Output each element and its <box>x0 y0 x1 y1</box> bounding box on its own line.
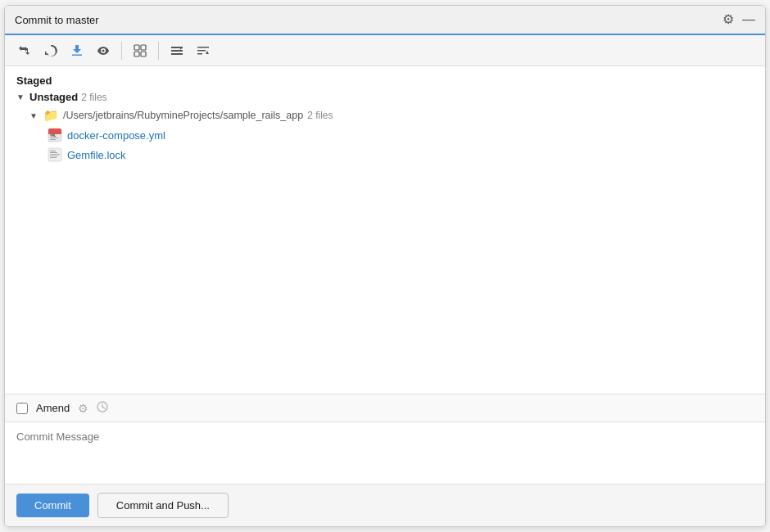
eye-button[interactable] <box>92 41 115 61</box>
svg-rect-0 <box>134 45 139 50</box>
title-bar: Commit to master ⚙ — <box>5 6 765 35</box>
directory-row: ▼ 📁 /Users/jetbrains/RubymineProjects/sa… <box>5 106 765 125</box>
amend-settings-icon[interactable]: ⚙ <box>78 402 88 415</box>
toolbar <box>5 35 765 66</box>
folder-icon: 📁 <box>43 108 59 123</box>
svg-rect-22 <box>50 151 56 151</box>
svg-rect-6 <box>171 53 183 55</box>
svg-rect-8 <box>197 47 209 48</box>
diff-button[interactable] <box>129 41 152 61</box>
yml-icon-svg: YML <box>48 128 62 142</box>
commit-button[interactable]: Commit <box>16 494 89 517</box>
download-icon <box>70 44 84 57</box>
staged-header: Staged <box>5 73 765 88</box>
svg-rect-16 <box>50 138 58 138</box>
align-button[interactable] <box>165 41 188 61</box>
unstaged-label: Unstaged <box>29 91 78 103</box>
amend-label: Amend <box>36 402 70 414</box>
align-icon <box>170 44 183 57</box>
svg-rect-5 <box>171 50 183 52</box>
docker-compose-filename: docker-compose.yml <box>67 129 165 142</box>
sort-button[interactable] <box>192 41 215 61</box>
svg-rect-19 <box>50 154 60 155</box>
toolbar-separator-2 <box>158 42 159 60</box>
file-row-gemfile-lock[interactable]: Gemfile.lock <box>5 145 765 165</box>
svg-rect-17 <box>50 139 56 140</box>
gemfile-lock-filename: Gemfile.lock <box>67 149 126 161</box>
directory-count: 2 files <box>307 110 333 121</box>
minimize-icon[interactable]: — <box>742 13 755 26</box>
eye-icon <box>97 44 110 57</box>
svg-line-26 <box>102 407 105 408</box>
lock-icon-svg <box>48 147 62 162</box>
svg-rect-20 <box>50 156 58 156</box>
settings-icon[interactable]: ⚙ <box>722 13 734 26</box>
svg-rect-21 <box>50 157 57 158</box>
file-tree: Staged ▼ Unstaged 2 files ▼ 📁 /Users/jet… <box>5 66 765 394</box>
window-title: Commit to master <box>15 14 99 26</box>
toolbar-separator-1 <box>121 42 122 60</box>
commit-message-area <box>5 422 765 484</box>
refresh-button[interactable] <box>39 41 62 61</box>
yml-file-icon: YML <box>48 128 62 142</box>
back-forward-icon <box>18 44 31 57</box>
svg-rect-10 <box>197 53 202 55</box>
amend-bar: Amend ⚙ <box>5 394 765 422</box>
svg-rect-9 <box>197 50 206 52</box>
amend-checkbox[interactable] <box>16 403 28 414</box>
download-button[interactable] <box>66 41 88 61</box>
svg-rect-2 <box>134 52 139 56</box>
clock-icon-svg <box>97 401 108 413</box>
svg-marker-11 <box>206 51 209 54</box>
diff-icon <box>134 44 147 57</box>
dir-chevron[interactable]: ▼ <box>29 111 39 120</box>
commit-message-textarea[interactable] <box>5 422 765 481</box>
svg-rect-23 <box>50 152 57 153</box>
file-row-docker-compose[interactable]: YML docker-compose.yml <box>5 125 765 145</box>
svg-text:YML: YML <box>50 133 57 138</box>
lock-file-icon <box>48 147 62 162</box>
back-forward-button[interactable] <box>13 41 36 61</box>
unstaged-chevron[interactable]: ▼ <box>16 92 26 101</box>
main-window: Commit to master ⚙ — <box>4 5 766 527</box>
svg-rect-3 <box>141 52 146 56</box>
svg-rect-1 <box>141 45 146 50</box>
commit-and-push-button[interactable]: Commit and Push... <box>97 493 229 518</box>
unstaged-count: 2 files <box>81 92 106 103</box>
commit-buttons-bar: Commit Commit and Push... <box>5 484 765 526</box>
amend-clock-icon <box>97 401 108 415</box>
directory-path: /Users/jetbrains/RubymineProjects/sample… <box>63 110 303 121</box>
sort-icon <box>197 44 210 57</box>
refresh-icon <box>44 44 57 57</box>
title-bar-controls: ⚙ — <box>722 13 755 26</box>
unstaged-row: ▼ Unstaged 2 files <box>5 88 765 106</box>
